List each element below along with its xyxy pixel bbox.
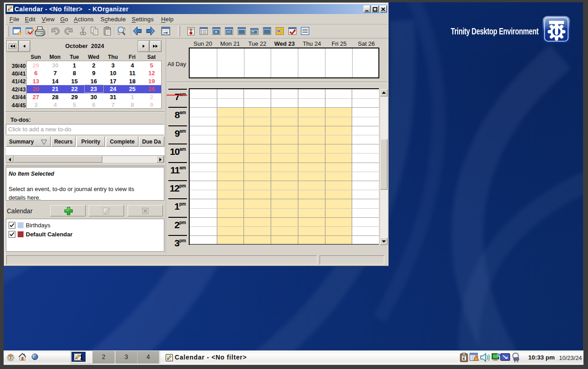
svg-text:K: K <box>463 357 465 361</box>
svg-text:i: i <box>498 354 499 357</box>
